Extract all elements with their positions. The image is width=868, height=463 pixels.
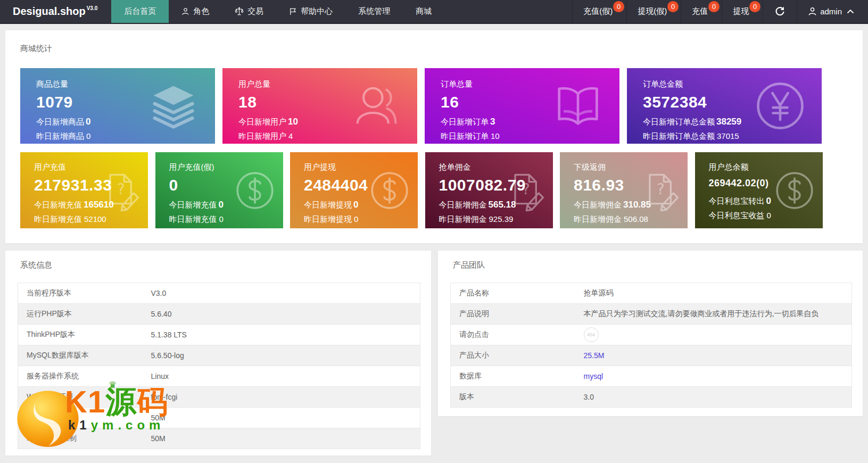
stat-line-value: 0: [86, 117, 90, 127]
stat-card[interactable]: 用户充值(假)0今日新增充值0昨日新增充值0: [155, 152, 283, 228]
product-team-heading: 产品团队: [438, 260, 863, 270]
table-row: ThinkPHP版本5.1.38 LTS: [18, 325, 420, 345]
nav-item-recharge[interactable]: 充值0: [681, 0, 722, 23]
stat-line-value: 0: [767, 211, 771, 220]
row-value: 抢单源码: [584, 283, 852, 304]
row-label: 服务器操作系统: [18, 366, 151, 387]
stat-card-line-yesterday: 昨日新增订单10: [441, 131, 606, 142]
stat-card[interactable]: 抢单佣金1007082.79今日新增佣金565.18昨日新增佣金925.39?: [425, 152, 553, 228]
nav-item-help[interactable]: 帮助中心: [276, 0, 345, 23]
page-content: 商城统计 商品总量1079今日新增商品0昨日新增商品0用户总量18今日新增用户1…: [0, 24, 868, 456]
stat-line-label: 今日新增佣金: [439, 200, 487, 209]
refresh-button[interactable]: [763, 0, 797, 23]
row-label: 产品名称: [451, 283, 584, 304]
row-label: WEB运行环境: [18, 387, 151, 408]
stat-card[interactable]: 订单总量16今日新增订单3昨日新增订单10: [425, 68, 619, 144]
nav-item-label: 后台首页: [124, 6, 156, 16]
stats-cards-row-2: 用户充值217931.33今日新增充值165610昨日新增充值52100?用户充…: [20, 152, 852, 228]
product-team-panel: 产品团队 产品名称抢单源码产品说明本产品只为学习测试交流,请勿要做商业或者用于违…: [438, 251, 863, 416]
user-menu[interactable]: admin: [797, 0, 868, 23]
nav-item-label: 提现: [733, 6, 749, 16]
row-label: POST大小限制: [18, 428, 151, 449]
stat-card[interactable]: 用户总量18今日新增用户10昨日新增用户4: [222, 68, 417, 144]
stat-line-value: 0: [353, 200, 358, 210]
stat-card-line-yesterday: 昨日新增佣金506.08: [574, 214, 678, 225]
stat-line-label: 今日新增提现: [304, 200, 352, 209]
stat-card-title: 商品总量: [36, 79, 201, 89]
stat-card-line-yesterday: 昨日新增订单总金额37015: [643, 131, 808, 142]
system-info-panel: 系统信息 当前程序版本V3.0运行PHP版本5.6.40ThinkPHP版本5.…: [5, 251, 431, 456]
stat-card-line-yesterday: 昨日新增用户4: [238, 131, 403, 142]
stat-card[interactable]: 订单总金额3572384今日新增订单总金额38259昨日新增订单总金额37015: [627, 68, 822, 144]
stat-card-title: 订单总量: [441, 79, 606, 89]
row-value-link[interactable]: mysql: [584, 372, 604, 381]
system-info-table: 当前程序版本V3.0运行PHP版本5.6.40ThinkPHP版本5.1.38 …: [18, 283, 420, 449]
row-label: 当前程序版本: [18, 283, 151, 304]
nav-item-roles[interactable]: 角色: [169, 0, 222, 23]
notification-badge: 0: [708, 1, 720, 12]
stat-card-value: 217931.33: [34, 176, 138, 194]
stat-card[interactable]: 下级返佣816.93今日新增佣金310.85昨日新增佣金506.08?: [560, 152, 688, 228]
row-label: MySQL数据库版本: [18, 345, 151, 366]
table-row: 请勿点击404: [451, 325, 852, 345]
nav-item-label: 角色: [193, 6, 209, 16]
table-row: WEB运行环境fpm-fcgi: [18, 387, 420, 408]
stat-line-value: 10: [491, 131, 500, 140]
stat-line-label: 昨日新增充值: [34, 214, 82, 224]
user-icon: [808, 7, 817, 16]
stat-line-label: 今日新增订单总金额: [643, 117, 715, 126]
row-value: 50M: [151, 408, 420, 428]
stat-card[interactable]: 用户提现2484404今日新增提现0昨日新增提现0: [290, 152, 418, 228]
nav-item-home[interactable]: 后台首页: [111, 0, 169, 23]
stat-card-line-today: 今日新增提现0: [304, 200, 408, 210]
stat-line-label: 昨日新增订单: [441, 131, 489, 140]
stat-card-line-yesterday: 昨日新增佣金925.39: [439, 214, 543, 225]
stat-line-label: 今日新增佣金: [574, 200, 622, 209]
user-name: admin: [820, 7, 842, 16]
table-row: 产品名称抢单源码: [451, 283, 852, 304]
stat-card-title: 用户提现: [304, 162, 408, 172]
table-row: MySQL数据库版本5.6.50-log: [18, 345, 420, 366]
nav-item-system[interactable]: 系统管理: [345, 0, 403, 23]
stat-card-value: 0: [169, 176, 274, 194]
table-row: 版本3.0: [451, 387, 852, 408]
row-label: 数据库: [451, 366, 584, 387]
stat-line-value: 0: [354, 214, 358, 224]
stat-line-value: 3: [490, 117, 495, 127]
stat-card-value: 2484404: [304, 176, 408, 194]
nav-item-withdraw[interactable]: 提现0: [722, 0, 763, 23]
row-value: 5.6.50-log: [151, 345, 420, 366]
nav-item-trade[interactable]: 交易: [222, 0, 276, 23]
table-row: 服务器操作系统Linux: [18, 366, 420, 387]
stat-line-value: 165610: [84, 200, 114, 210]
stat-card-line-yesterday: 今日利息宝收益0: [709, 211, 813, 221]
stat-line-value: 0: [219, 200, 224, 210]
stat-card[interactable]: 商品总量1079今日新增商品0昨日新增商品0: [20, 68, 215, 144]
nav-item-withdraw-fake[interactable]: 提现(假)0: [626, 0, 681, 23]
navbar-right: 充值(假)0提现(假)0充值0提现0 admin: [572, 0, 868, 23]
user-icon: [181, 7, 189, 15]
notification-badge: 0: [749, 1, 760, 12]
stat-card[interactable]: 用户充值217931.33今日新增充值165610昨日新增充值52100?: [20, 152, 148, 228]
nav-item-label: 充值(假): [583, 6, 613, 16]
stat-card-title: 抢单佣金: [439, 162, 543, 172]
row-value-link[interactable]: 25.5M: [584, 351, 605, 360]
stat-line-label: 今日新增订单: [441, 117, 489, 126]
stat-line-label: 昨日新增用户: [238, 131, 286, 140]
badge-404-button[interactable]: 404: [584, 327, 599, 342]
table-row: POST大小限制50M: [18, 428, 420, 449]
nav-item-label: 帮助中心: [301, 6, 333, 16]
stat-card[interactable]: 用户总余额269442.02(0)今日利息宝转出0今日利息宝收益0: [695, 152, 823, 228]
table-row: 产品说明本产品只为学习测试交流,请勿要做商业或者用于违法行为,一切后果自负: [451, 304, 852, 325]
brand-logo[interactable]: Desigual.shopV3.0: [0, 0, 111, 23]
stat-line-label: 今日新增用户: [238, 117, 286, 126]
stat-card-line-today: 今日新增订单3: [441, 117, 606, 127]
stat-card-line-today: 今日新增用户10: [238, 117, 403, 127]
row-value: 404: [584, 325, 852, 345]
stat-card-title: 下级返佣: [574, 162, 678, 172]
nav-item-mall[interactable]: 商城: [403, 0, 444, 23]
stat-card-line-today: 今日新增佣金310.85: [574, 200, 678, 210]
nav-item-recharge-fake[interactable]: 充值(假)0: [572, 0, 626, 23]
stat-card-line-today: 今日新增佣金565.18: [439, 200, 543, 210]
stat-card-line-today: 今日新增商品0: [36, 117, 201, 127]
